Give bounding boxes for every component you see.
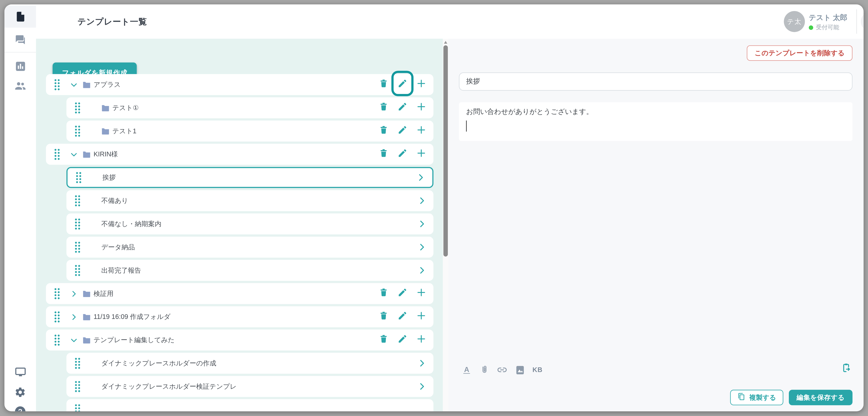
folder-row[interactable]: テスト1 [66,120,433,141]
pencil-icon [398,311,407,323]
template-row[interactable]: データ納品 [66,237,433,257]
notifications-button[interactable] [861,12,864,32]
delete-folder-button[interactable] [379,78,389,91]
folder-label: テンプレート編集してみた [94,336,175,345]
status-dot-icon [809,25,813,30]
chevron-right-icon[interactable] [417,219,426,229]
drag-handle-icon[interactable] [54,334,60,346]
chevron-right-icon[interactable] [417,359,426,368]
sidebar-item-chart[interactable] [4,55,36,77]
edit-folder-button[interactable] [398,78,407,91]
edit-folder-button[interactable] [398,334,407,346]
drag-handle-icon[interactable] [54,78,60,91]
drag-handle-icon[interactable] [74,241,81,253]
trash-icon [379,125,389,137]
delete-folder-button[interactable] [379,334,389,346]
folder-row[interactable]: アプラス [46,74,433,95]
delete-folder-button[interactable] [379,311,389,323]
chevron-right-icon[interactable] [416,173,425,182]
chevron-right-icon[interactable] [417,382,426,391]
delete-folder-button[interactable] [379,287,389,300]
delete-folder-button[interactable] [379,148,389,161]
question-icon: ? [15,406,25,411]
folder-icon [82,312,91,322]
delete-folder-button[interactable] [379,102,389,114]
template-row[interactable]: ダイナミックプレースホルダー検証テンプレ [66,376,433,397]
header-divider [856,9,857,34]
template-body-text: お問い合わせがありがとうございます。 [466,107,593,117]
drag-handle-icon[interactable] [74,125,81,137]
template-row[interactable] [66,399,433,411]
edit-folder-button[interactable] [398,311,407,323]
drag-handle-icon[interactable] [54,148,60,161]
template-row[interactable]: 出荷完了報告 [66,260,433,281]
duplicate-button[interactable]: 複製する [731,390,783,405]
drag-handle-icon[interactable] [74,357,81,369]
folder-row[interactable]: KIRIN様 [46,144,433,165]
sidebar-item-question[interactable]: ? [4,400,36,411]
template-row[interactable]: 不備あり [66,190,433,211]
template-row[interactable]: 挨拶 [66,167,433,188]
chevron-down-icon[interactable] [70,150,78,159]
save-button[interactable]: 編集を保存する [789,390,852,405]
folder-row[interactable]: テンプレート編集してみた [46,330,433,350]
sidebar-item-document[interactable] [4,6,36,28]
sidebar-item-chat[interactable] [4,29,36,51]
link-icon[interactable] [496,364,508,376]
kb-icon[interactable]: KB [531,364,544,376]
drag-handle-icon[interactable] [74,102,81,114]
chevron-down-icon[interactable] [70,336,78,344]
pencil-icon [398,102,407,114]
chevron-down-icon[interactable] [70,80,78,89]
drag-handle-icon[interactable] [74,404,81,411]
add-template-button[interactable] [416,102,426,114]
drag-handle-icon[interactable] [54,287,60,300]
sidebar-item-people[interactable] [4,75,36,97]
attachment-icon[interactable] [478,364,491,376]
trash-icon [379,78,389,91]
edit-folder-button[interactable] [398,287,407,300]
sidebar-item-gear[interactable] [4,381,36,403]
avatar[interactable]: テ太 [784,11,805,32]
drag-handle-icon[interactable] [74,380,81,392]
folder-row[interactable]: テスト① [66,97,433,118]
text-format-icon[interactable]: A [461,364,473,376]
template-row[interactable]: 不備なし・納期案内 [66,213,433,234]
chevron-right-icon[interactable] [417,196,426,205]
drag-handle-icon[interactable] [74,264,81,277]
drag-handle-icon[interactable] [54,311,60,323]
add-template-button[interactable] [416,287,426,300]
add-template-button[interactable] [416,78,426,91]
sidebar-item-monitor[interactable] [4,361,36,383]
drag-handle-icon[interactable] [75,171,82,184]
add-template-button[interactable] [416,125,426,137]
folder-row[interactable]: 検証用 [46,283,433,304]
drag-handle-icon[interactable] [74,218,81,230]
template-row[interactable]: ダイナミックプレースホルダーの作成 [66,353,433,374]
kb-icon: KB [532,366,542,374]
add-template-button[interactable] [416,334,426,346]
template-name-input[interactable] [459,72,852,91]
add-template-button[interactable] [416,311,426,323]
folder-label: テスト1 [112,126,136,136]
folder-row[interactable]: 11/19 16:09 作成フォルダ [46,306,433,327]
chevron-right-icon[interactable] [417,243,426,252]
chevron-right-icon[interactable] [70,313,78,321]
scrollbar-up-arrow-icon[interactable] [444,41,447,44]
chevron-right-icon[interactable] [417,266,426,275]
chevron-right-icon[interactable] [70,289,78,298]
add-template-button[interactable] [416,148,426,161]
image-icon[interactable] [514,364,526,376]
delete-folder-button[interactable] [379,125,389,137]
drag-handle-icon[interactable] [74,195,81,207]
trash-icon [379,311,389,323]
folder-label: アプラス [94,80,121,89]
edit-folder-button[interactable] [398,102,407,114]
delete-template-button[interactable]: このテンプレートを削除する [747,45,852,61]
tree-scrollbar-thumb[interactable] [443,45,448,256]
clipboard-export-icon[interactable] [840,362,852,374]
edit-folder-button[interactable] [398,125,407,137]
template-body-editor[interactable]: お問い合わせがありがとうございます。 [459,102,852,141]
folder-icon [82,336,91,345]
edit-folder-button[interactable] [398,148,407,161]
